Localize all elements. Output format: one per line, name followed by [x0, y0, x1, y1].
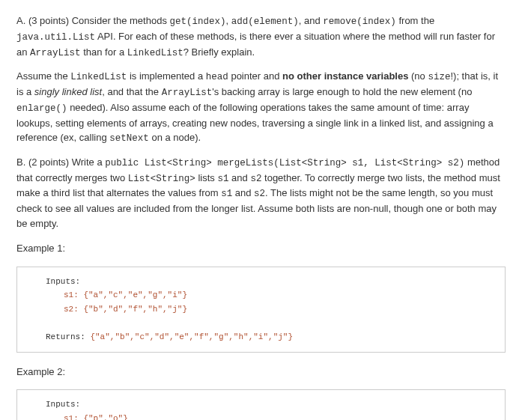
example-1-label: Example 1:: [16, 241, 506, 256]
text: Assume the: [16, 70, 70, 82]
method-get: get(index): [170, 16, 226, 27]
s1-input: s1: {"a","c","e","g","i"}: [28, 288, 494, 302]
text: is implemented a: [127, 70, 206, 82]
list-string-type: List<String>: [128, 174, 195, 184]
inputs-label: Inputs:: [28, 275, 494, 289]
example-2-code: Inputs:s1: {"p","o"}s2: {"r","d","a","w"…: [16, 389, 506, 420]
text: needed). Also assume each of the followi…: [16, 102, 494, 143]
api-name: java.util.List: [16, 32, 95, 43]
s1-input: s1: {"p","o"}: [28, 412, 494, 420]
text: lists: [195, 172, 218, 183]
text: from the: [396, 15, 434, 26]
part-a-para1: A. (3 points) Consider the methods get(i…: [16, 13, 506, 60]
s2-input: s2: {"b","d","f","h","j"}: [28, 302, 494, 317]
s1-var: s1: [217, 174, 228, 184]
s2-var: s2: [254, 189, 265, 199]
method-add: add(element): [231, 16, 299, 27]
text: pointer and: [228, 70, 282, 82]
example-1-code: Inputs:s1: {"a","c","e","g","i"}s2: {"b"…: [16, 267, 506, 353]
returns-label: Returns:: [46, 332, 90, 341]
text: and: [228, 172, 250, 183]
linkedlist: LinkedList: [127, 48, 183, 58]
part-b-para1: B. (2 points) Write a public List<String…: [16, 155, 506, 231]
text: A. (3 points) Consider the methods: [16, 15, 170, 26]
text: , and: [299, 15, 324, 26]
example-2-label: Example 2:: [16, 365, 506, 380]
inputs-label: Inputs:: [28, 398, 494, 412]
returns-line: Returns: {"a","b","c","d","e","f","g","h…: [28, 330, 494, 344]
text: ,: [226, 15, 231, 26]
linkedlist: LinkedList: [70, 72, 127, 82]
text: ? Briefly explain.: [183, 46, 255, 58]
text: on a node).: [149, 132, 201, 143]
s2-var: s2: [250, 174, 261, 184]
text: (no: [408, 70, 428, 82]
bold-text: no other instance variables: [282, 70, 408, 82]
text: B. (2 points) Write a: [16, 156, 105, 168]
setnext-method: setNext: [109, 133, 149, 144]
text: 's backing array is large enough to hold…: [212, 86, 472, 97]
text: and: [232, 187, 254, 198]
arraylist: ArrayList: [162, 88, 213, 98]
head-ptr: head: [206, 72, 228, 82]
text: than for a: [81, 46, 127, 58]
text: , and that the: [102, 86, 162, 97]
method-signature: public List<String> mergeLists(List<Stri…: [105, 158, 464, 168]
arraylist: ArrayList: [30, 48, 81, 58]
italic-text: singly linked list: [34, 86, 102, 97]
size-var: size: [428, 72, 450, 82]
returns-value: {"a","b","c","d","e","f","g","h","i","j"…: [90, 332, 293, 341]
s1-var: s1: [221, 189, 232, 199]
part-a-para2: Assume the LinkedList is implemented a h…: [16, 69, 506, 146]
enlarge-method: enlarge(): [16, 103, 67, 114]
method-remove: remove(index): [323, 16, 396, 27]
